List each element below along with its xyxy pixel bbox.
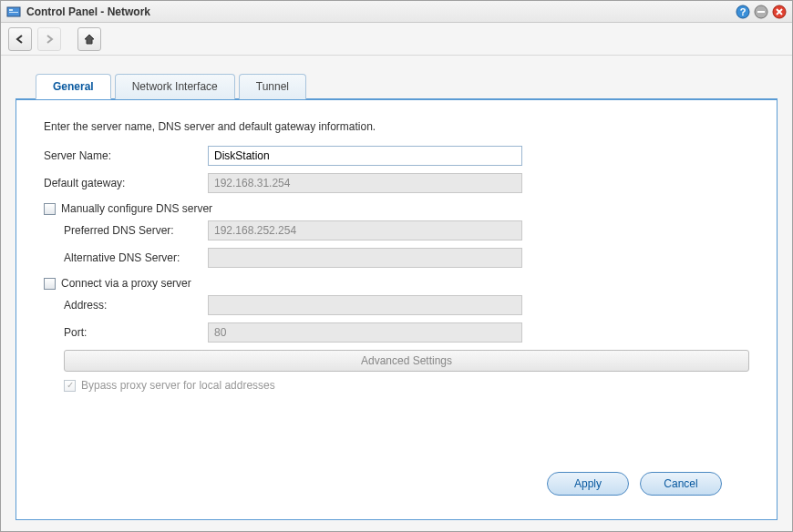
proxy-label: Connect via a proxy server [61, 277, 191, 290]
intro-text: Enter the server name, DNS server and de… [44, 120, 749, 133]
advanced-settings-button: Advanced Settings [64, 350, 749, 372]
forward-button[interactable] [37, 27, 61, 51]
footer: Apply Cancel [44, 463, 749, 508]
titlebar-controls: ? [736, 5, 787, 19]
home-button[interactable] [77, 27, 101, 51]
titlebar: Control Panel - Network ? [1, 1, 792, 23]
proxy-address-input [208, 295, 522, 315]
tab-network-interface[interactable]: Network Interface [115, 74, 235, 99]
help-icon[interactable]: ? [736, 5, 750, 19]
alt-dns-input [208, 248, 522, 268]
proxy-port-input [208, 322, 522, 343]
preferred-dns-label: Preferred DNS Server: [44, 224, 208, 237]
server-name-input[interactable] [208, 146, 522, 166]
bypass-label: Bypass proxy server for local addresses [81, 379, 275, 392]
window: Control Panel - Network ? General Networ… [0, 0, 793, 532]
window-title: Control Panel - Network [26, 5, 736, 18]
server-name-label: Server Name: [44, 149, 208, 162]
svg-rect-1 [9, 9, 13, 11]
tab-tunnel[interactable]: Tunnel [239, 74, 306, 99]
svg-text:?: ? [740, 6, 747, 17]
cancel-button[interactable]: Cancel [640, 472, 722, 496]
app-icon [6, 5, 21, 19]
tab-general[interactable]: General [36, 74, 111, 99]
tabs: General Network Interface Tunnel [36, 74, 778, 99]
manual-dns-checkbox[interactable] [44, 203, 56, 215]
back-button[interactable] [8, 27, 32, 51]
apply-button[interactable]: Apply [547, 472, 629, 496]
close-icon[interactable] [772, 5, 787, 19]
svg-rect-2 [9, 12, 18, 13]
proxy-checkbox[interactable] [44, 278, 56, 290]
content-area: General Network Interface Tunnel Enter t… [1, 56, 792, 531]
preferred-dns-input [208, 220, 522, 240]
proxy-address-label: Address: [44, 299, 208, 312]
default-gateway-label: Default gateway: [44, 177, 208, 189]
toolbar [1, 23, 792, 56]
svg-rect-6 [757, 11, 765, 13]
manual-dns-label: Manually configure DNS server [61, 202, 212, 215]
proxy-port-label: Port: [44, 326, 208, 339]
alt-dns-label: Alternative DNS Server: [44, 251, 208, 264]
default-gateway-input [208, 173, 522, 193]
general-panel: Enter the server name, DNS server and de… [15, 98, 778, 520]
minimize-icon[interactable] [754, 5, 768, 19]
bypass-checkbox: ✓ [64, 380, 76, 392]
